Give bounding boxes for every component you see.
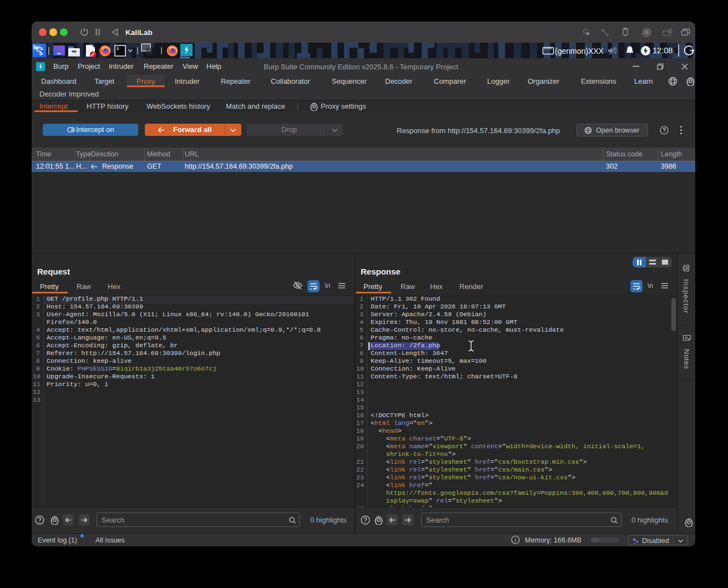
svg-text:$: $ [117,47,119,51]
